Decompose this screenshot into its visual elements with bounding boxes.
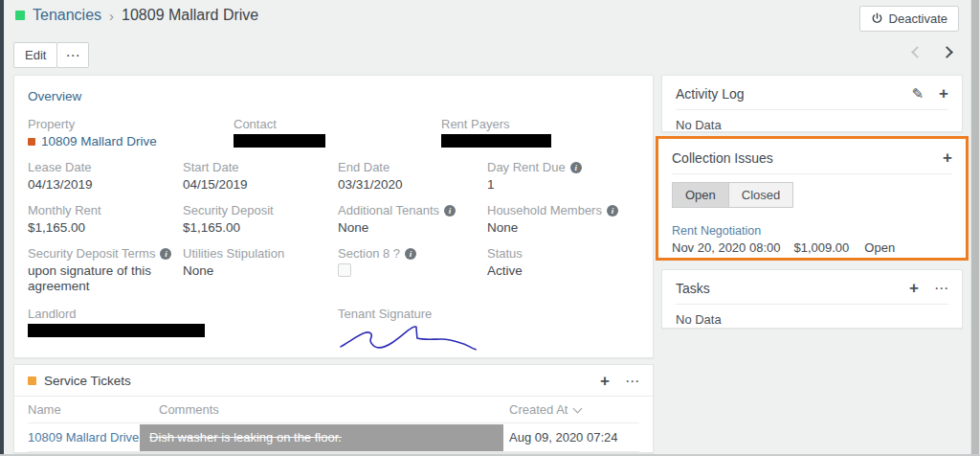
field-label: Household Members xyxy=(487,203,602,217)
tab-overview[interactable]: Overview xyxy=(28,89,81,103)
tasks-ellipsis-icon[interactable]: ⋯ xyxy=(934,282,948,295)
field-label: Landlord xyxy=(28,307,338,321)
field-security-deposit: Security Deposit $1,165.00 xyxy=(183,203,338,236)
field-security-deposit-terms: Security Deposit Termsi upon signature o… xyxy=(28,246,183,294)
record-toolbar: Edit ⋯ xyxy=(13,42,89,68)
info-icon[interactable]: i xyxy=(444,205,456,217)
field-label: Security Deposit Terms xyxy=(28,246,155,261)
add-service-ticket-icon[interactable]: + xyxy=(600,375,610,388)
info-icon[interactable]: i xyxy=(160,248,171,260)
overview-row-4: Security Deposit Termsi upon signature o… xyxy=(28,246,639,294)
field-value: 04/13/2019 xyxy=(28,177,183,193)
service-tickets-ellipsis-icon[interactable]: ⋯ xyxy=(625,375,639,388)
column-header-name[interactable]: Name xyxy=(28,397,140,422)
field-value: None xyxy=(183,263,338,279)
breadcrumb-tenancies-link[interactable]: Tenancies xyxy=(33,7,101,24)
collection-issue-date: Nov 20, 2020 08:00 xyxy=(672,240,780,255)
field-label: Utilities Stipulation xyxy=(183,246,338,261)
add-activity-icon[interactable]: + xyxy=(939,87,948,101)
deactivate-label: Deactivate xyxy=(889,11,947,26)
tenancy-detail-page: Tenancies › 10809 Mallard Drive Deactiva… xyxy=(0,0,980,456)
field-value: $1,165.00 xyxy=(28,220,183,236)
field-monthly-rent: Monthly Rent $1,165.00 xyxy=(28,203,183,236)
pencil-icon[interactable]: ✎ xyxy=(911,87,924,101)
breadcrumb-separator: › xyxy=(109,8,114,24)
field-label: Lease Date xyxy=(28,160,183,174)
column-header-label: Created At xyxy=(509,402,568,417)
info-icon[interactable]: i xyxy=(405,248,416,260)
field-label: Tenant Signature xyxy=(338,307,639,321)
add-task-icon[interactable]: + xyxy=(909,282,919,295)
scrollbar-thumb[interactable] xyxy=(971,0,979,456)
service-tickets-panel: Service Tickets + ⋯ Name Comments Create… xyxy=(13,364,654,453)
service-tickets-icon xyxy=(28,376,36,385)
ellipsis-icon: ⋯ xyxy=(65,49,80,61)
ticket-name-link[interactable]: 10809 Mallard Drive xyxy=(28,430,139,445)
collection-issue-amount: $1,009.00 xyxy=(793,240,849,255)
field-value: 04/15/2019 xyxy=(183,177,338,193)
collection-issue-status: Open xyxy=(864,240,895,255)
field-tenant-signature: Tenant Signature Electronically signed o… xyxy=(338,307,639,358)
breadcrumb: Tenancies › 10809 Mallard Drive xyxy=(15,7,258,24)
power-icon xyxy=(871,12,883,25)
vertical-scrollbar[interactable] xyxy=(970,0,980,456)
field-value: Active xyxy=(487,263,639,279)
add-collection-issue-icon[interactable]: + xyxy=(943,151,952,165)
field-value: 03/31/2020 xyxy=(338,177,487,193)
field-property: Property 10809 Mallard Drive xyxy=(28,117,234,149)
field-label: Additional Tenants xyxy=(338,203,439,217)
contact-redacted-value xyxy=(234,134,325,148)
field-section-8: Section 8 ?i xyxy=(338,246,487,294)
landlord-redacted-value xyxy=(28,324,205,337)
ticket-created-at: Aug 09, 2020 07:24 xyxy=(503,423,639,451)
collection-issues-panel: Collection Issues + Open Closed Rent Neg… xyxy=(661,142,963,255)
service-tickets-table: Name Comments Created At 10809 Mallard D… xyxy=(14,397,653,452)
field-value: None xyxy=(487,220,639,236)
tasks-title: Tasks xyxy=(676,281,710,296)
filter-open-button[interactable]: Open xyxy=(672,182,729,208)
column-header-comments[interactable]: Comments xyxy=(140,397,503,422)
record-navigation xyxy=(913,48,951,57)
previous-record-icon[interactable] xyxy=(911,46,924,58)
overview-row-2: Lease Date 04/13/2019 Start Date 04/15/2… xyxy=(28,160,639,193)
field-household-members: Household Membersi None xyxy=(487,203,639,236)
collection-issue-link[interactable]: Rent Negotiation xyxy=(672,224,952,238)
field-label: Status xyxy=(487,246,639,261)
overview-row-3: Monthly Rent $1,165.00 Security Deposit … xyxy=(28,203,639,236)
property-link[interactable]: 10809 Mallard Drive xyxy=(41,134,157,149)
field-value: upon signature of this agreement xyxy=(28,263,171,294)
rent-payers-redacted-value xyxy=(441,134,551,148)
deactivate-button[interactable]: Deactivate xyxy=(859,6,959,32)
field-contact: Contact xyxy=(234,117,441,149)
field-label: Section 8 ? xyxy=(338,246,400,261)
field-label: Monthly Rent xyxy=(28,203,183,217)
info-icon[interactable]: i xyxy=(570,162,582,173)
service-tickets-title: Service Tickets xyxy=(44,374,131,388)
field-start-date: Start Date 04/15/2019 xyxy=(183,160,338,193)
next-record-icon[interactable] xyxy=(941,46,953,58)
info-icon[interactable]: i xyxy=(607,205,618,217)
filter-closed-button[interactable]: Closed xyxy=(728,182,793,208)
field-day-rent-due: Day Rent Duei 1 xyxy=(487,160,639,193)
field-end-date: End Date 03/31/2020 xyxy=(338,160,487,193)
tasks-panel: Tasks + ⋯ No Data xyxy=(661,269,963,329)
more-actions-button[interactable]: ⋯ xyxy=(56,42,89,68)
tenancies-icon xyxy=(15,11,25,20)
field-value: $1,165.00 xyxy=(183,220,338,236)
sort-descending-icon xyxy=(573,403,583,413)
field-rent-payers: Rent Payers xyxy=(441,117,639,149)
field-label: Security Deposit xyxy=(183,203,338,217)
collection-issues-filter: Open Closed xyxy=(672,182,952,208)
column-header-created-at[interactable]: Created At xyxy=(503,397,639,422)
field-label: Property xyxy=(28,117,234,131)
sidebar-edge xyxy=(0,0,4,456)
overview-row-1: Property 10809 Mallard Drive Contact Ren… xyxy=(28,117,639,149)
field-landlord: Landlord xyxy=(28,307,338,358)
overview-row-5: Landlord Tenant Signature Electronically… xyxy=(28,307,639,358)
field-additional-tenants: Additional Tenantsi None xyxy=(338,203,487,236)
field-lease-date: Lease Date 04/13/2019 xyxy=(28,160,183,193)
section-8-checkbox[interactable] xyxy=(338,263,351,277)
edit-button[interactable]: Edit xyxy=(13,42,57,68)
collection-issues-highlight: Collection Issues + Open Closed Rent Neg… xyxy=(656,136,969,261)
field-label: Start Date xyxy=(183,160,338,174)
